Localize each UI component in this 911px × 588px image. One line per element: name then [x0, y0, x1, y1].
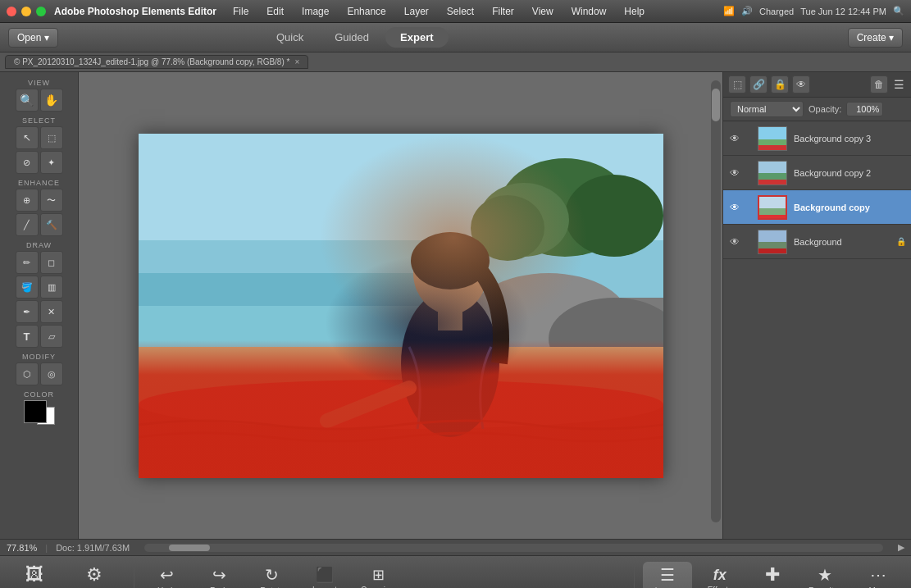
layer-visibility-button[interactable]: 👁 [792, 75, 810, 93]
delete-layer-button[interactable]: 🗑 [870, 75, 888, 93]
paint-bucket-tool[interactable]: 🪣 [16, 276, 39, 299]
crop-tool[interactable]: ⬡ [16, 362, 39, 385]
svg-rect-1 [139, 240, 663, 306]
layer-visibility-bg[interactable]: 👁 [728, 236, 741, 248]
undo-button[interactable]: ↩ Undo [143, 562, 192, 588]
lock-layer-button[interactable]: 🔒 [771, 75, 789, 93]
layers-button[interactable]: ☰ Layers [643, 562, 692, 588]
modify-section-label: MODIFY [3, 349, 75, 362]
enhance-tools-row1: ⊕ 〜 [3, 189, 75, 212]
close-button[interactable] [7, 7, 16, 16]
menu-select[interactable]: Select [444, 4, 477, 19]
window-controls[interactable] [7, 7, 46, 16]
graphics-button[interactable]: ✚ Graphics [748, 561, 797, 588]
shape-tool[interactable]: ▱ [40, 325, 63, 348]
blend-mode-select[interactable]: Normal [730, 101, 804, 117]
menu-edit[interactable]: Edit [263, 4, 287, 19]
title-bar: Adobe Photoshop Elements Editor File Edi… [0, 0, 911, 23]
redeye-tool[interactable]: ◎ [40, 362, 63, 385]
tab-quick[interactable]: Quick [262, 27, 318, 48]
layer-item-background[interactable]: 👁 Background 🔒 [723, 225, 911, 259]
svg-rect-8 [467, 298, 663, 396]
create-button[interactable]: Create ▾ [848, 28, 903, 48]
lasso-tool[interactable]: ⊘ [16, 151, 39, 174]
document-tab-label: © PX_20120310_1324J_edited-1.jpg @ 77.8%… [14, 57, 289, 66]
menu-view[interactable]: View [529, 4, 557, 19]
redo-button[interactable]: ↪ Redo [195, 562, 244, 588]
hand-tool[interactable]: ✋ [40, 89, 63, 112]
status-bar: 77.81% | Doc: 1.91M/7.63M ▶ [0, 539, 911, 555]
organizer-button[interactable]: ⊞ Organizer [353, 563, 405, 588]
svg-point-14 [401, 289, 499, 437]
more-icon: ⋯ [870, 565, 886, 585]
layer-thumb-bg-copy [758, 195, 787, 220]
minimize-button[interactable] [21, 7, 31, 16]
menu-window[interactable]: Window [568, 4, 610, 19]
enhance-tools-row2: ╱ 🔨 [3, 213, 75, 236]
photo-bin-button[interactable]: 🖼 Photo Bin [8, 561, 60, 588]
clock: Tue Jun 12 12:44 PM [800, 7, 886, 16]
layer-item-bg-copy[interactable]: 👁 Background copy [723, 190, 911, 225]
photo-bin-icon: 🖼 [25, 564, 43, 586]
search-icon[interactable]: 🔍 [893, 6, 904, 16]
tab-bar: © PX_20120310_1324J_edited-1.jpg @ 77.8%… [0, 52, 911, 72]
link-layers-button[interactable]: 🔗 [749, 75, 768, 93]
pencil-tool[interactable]: ✏ [16, 251, 39, 274]
layer-name-bg3: Background copy 3 [790, 134, 906, 144]
document-close[interactable]: × [294, 57, 299, 66]
effects-button[interactable]: fx Effects [695, 563, 745, 589]
menu-filter[interactable]: Filter [489, 4, 517, 19]
document-tab[interactable]: © PX_20120310_1324J_edited-1.jpg @ 77.8%… [5, 55, 308, 69]
layers-menu-button[interactable]: ☰ [891, 75, 906, 93]
enhance-section-label: ENHANCE [3, 175, 75, 189]
layer-visibility-bg-copy[interactable]: 👁 [728, 202, 741, 213]
maximize-button[interactable] [36, 7, 46, 16]
layer-item-bg-copy-3[interactable]: 👁 Background copy 3 [723, 121, 911, 156]
h-scrollbar-thumb[interactable] [169, 545, 210, 551]
menu-help[interactable]: Help [621, 4, 648, 19]
layout-button[interactable]: ⬛ Layout [300, 563, 349, 588]
tab-expert[interactable]: Expert [385, 27, 448, 48]
tool-options-button[interactable]: ⚙ Tool Options [63, 561, 125, 588]
rotate-icon: ↻ [265, 565, 279, 585]
layers-panel: ⬚ 🔗 🔒 👁 🗑 ☰ Normal Opacity: 👁 [722, 72, 911, 539]
open-button[interactable]: Open ▾ [8, 28, 58, 48]
menu-image[interactable]: Image [298, 4, 332, 19]
menu-file[interactable]: File [230, 4, 252, 19]
new-layer-button[interactable]: ⬚ [728, 75, 746, 93]
healing-tool[interactable]: ✕ [40, 300, 63, 323]
gradient-tool[interactable]: ▥ [40, 276, 63, 299]
magic-wand-tool[interactable]: ✦ [40, 151, 63, 174]
v-scrollbar[interactable] [711, 80, 721, 522]
menu-enhance[interactable]: Enhance [344, 4, 389, 19]
scroll-arrow-right[interactable]: ▶ [898, 542, 904, 553]
menu-layer[interactable]: Layer [401, 4, 432, 19]
graphics-icon: ✚ [765, 564, 780, 586]
stamp-tool[interactable]: 🔨 [40, 213, 63, 236]
v-scrollbar-thumb[interactable] [712, 89, 720, 121]
move-tool[interactable]: ↖ [16, 126, 39, 149]
smudge-tool[interactable]: 〜 [40, 189, 63, 212]
opacity-input[interactable] [846, 102, 883, 116]
canvas-area[interactable] [79, 72, 722, 539]
h-scrollbar[interactable] [144, 544, 883, 552]
rotate-button[interactable]: ↻ Rotate [248, 562, 297, 588]
more-button[interactable]: ⋯ More [854, 562, 903, 588]
menu-bar[interactable]: File Edit Image Enhance Layer Select Fil… [230, 4, 723, 19]
layers-panel-toolbar: ⬚ 🔗 🔒 👁 🗑 ☰ [723, 72, 911, 98]
layer-visibility-bg3[interactable]: 👁 [728, 133, 741, 144]
foreground-color-swatch[interactable] [24, 400, 47, 423]
eraser-tool[interactable]: ◻ [40, 251, 63, 274]
svg-rect-18 [139, 134, 663, 478]
tab-guided[interactable]: Guided [320, 27, 384, 48]
zoom-tool[interactable]: 🔍 [16, 89, 39, 112]
custom-brush-tool[interactable]: ✒ [16, 300, 39, 323]
dodge-tool[interactable]: ⊕ [16, 189, 39, 212]
text-tool[interactable]: T [16, 325, 39, 348]
layer-visibility-bg2[interactable]: 👁 [728, 167, 741, 179]
marquee-tool[interactable]: ⬚ [40, 126, 63, 149]
sharpen-tool[interactable]: ╱ [16, 213, 39, 236]
favorites-button[interactable]: ★ Favorites [800, 562, 850, 588]
zoom-level: 77.81% [7, 543, 37, 553]
layer-item-bg-copy-2[interactable]: 👁 Background copy 2 [723, 156, 911, 190]
